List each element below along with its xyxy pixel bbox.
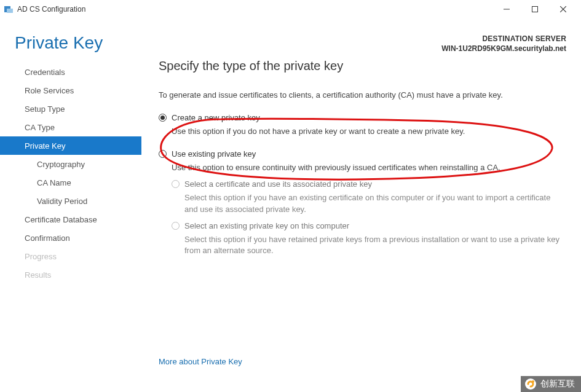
- radio-create-new[interactable]: Create a new private key: [159, 113, 564, 122]
- radio-icon: [172, 222, 180, 230]
- sidebar-item-progress: Progress: [0, 247, 141, 265]
- sidebar-item-ca-type[interactable]: CA Type: [0, 118, 141, 136]
- radio-label: Use existing private key: [172, 149, 256, 159]
- sub-key-desc: Select this option if you have retained …: [184, 234, 564, 256]
- titlebar: AD CS Configuration: [0, 0, 581, 18]
- sidebar-item-cryptography[interactable]: Cryptography: [0, 155, 141, 173]
- option-create-new: Create a new private key Use this option…: [159, 113, 564, 137]
- svg-rect-3: [532, 7, 538, 12]
- sidebar-item-label: CA Type: [25, 123, 55, 132]
- sidebar-item-certificate-database[interactable]: Certificate Database: [0, 210, 141, 229]
- sidebar: CredentialsRole ServicesSetup TypeCA Typ…: [0, 59, 141, 377]
- sidebar-item-confirmation[interactable]: Confirmation: [0, 229, 141, 247]
- radio-select-cert: Select a certificate and use its associa…: [172, 179, 564, 189]
- minimize-button[interactable]: [492, 0, 521, 18]
- sub-cert-desc: Select this option if you have an existi…: [184, 192, 564, 214]
- destination-label: DESTINATION SERVER: [441, 34, 566, 43]
- svg-point-6: [525, 378, 536, 390]
- radio-icon: [159, 114, 167, 122]
- watermark-logo-icon: [524, 378, 537, 390]
- sub-option-select-key: Select an existing private key on this c…: [172, 221, 564, 256]
- more-about-link[interactable]: More about Private Key: [159, 357, 242, 366]
- option-existing-desc: Use this option to ensure continuity wit…: [172, 162, 564, 173]
- svg-rect-1: [7, 9, 13, 13]
- app-icon: [4, 4, 14, 14]
- sidebar-item-label: Private Key: [25, 141, 65, 151]
- radio-label: Create a new private key: [172, 113, 260, 122]
- header: Private Key DESTINATION SERVER WIN-1U2RD…: [0, 18, 581, 59]
- svg-point-7: [532, 380, 534, 383]
- sidebar-item-label: Validity Period: [37, 197, 87, 206]
- sidebar-item-setup-type[interactable]: Setup Type: [0, 100, 141, 118]
- intro-text: To generate and issue certificates to cl…: [159, 90, 564, 100]
- radio-select-key: Select an existing private key on this c…: [172, 221, 564, 230]
- sidebar-item-credentials[interactable]: Credentials: [0, 63, 141, 81]
- sidebar-item-label: Results: [25, 270, 51, 280]
- sidebar-item-results: Results: [0, 265, 141, 284]
- sidebar-item-label: CA Name: [37, 178, 71, 187]
- sidebar-item-label: Progress: [25, 252, 57, 261]
- destination-value: WIN-1U2RD95K9GM.securitylab.net: [441, 44, 566, 53]
- main-panel: Specify the type of the private key To g…: [141, 59, 581, 377]
- close-button[interactable]: [549, 0, 577, 18]
- radio-label: Select a certificate and use its associa…: [184, 179, 372, 189]
- page-title: Private Key: [15, 33, 103, 53]
- sidebar-item-label: Cryptography: [37, 160, 85, 169]
- radio-icon: [159, 150, 167, 158]
- sidebar-item-label: Confirmation: [25, 233, 70, 243]
- content: CredentialsRole ServicesSetup TypeCA Typ…: [0, 59, 581, 377]
- sub-option-select-cert: Select a certificate and use its associa…: [172, 179, 564, 214]
- window-controls: [492, 0, 577, 18]
- radio-icon: [172, 180, 180, 188]
- sidebar-item-label: Certificate Database: [25, 215, 97, 224]
- watermark-text: 创新互联: [540, 378, 575, 390]
- sidebar-item-role-services[interactable]: Role Services: [0, 81, 141, 100]
- sidebar-item-label: Setup Type: [25, 104, 65, 114]
- sidebar-item-label: Credentials: [25, 68, 65, 77]
- window-title: AD CS Configuration: [17, 5, 85, 14]
- sidebar-item-private-key[interactable]: Private Key: [0, 136, 141, 155]
- radio-label: Select an existing private key on this c…: [184, 221, 349, 230]
- option-use-existing: Use existing private key Use this option…: [159, 149, 564, 256]
- radio-use-existing[interactable]: Use existing private key: [159, 149, 564, 159]
- sidebar-item-label: Role Services: [25, 86, 74, 95]
- maximize-button[interactable]: [521, 0, 549, 18]
- option-create-desc: Use this option if you do not have a pri…: [172, 126, 564, 137]
- sidebar-item-validity-period[interactable]: Validity Period: [0, 192, 141, 210]
- sidebar-item-ca-name[interactable]: CA Name: [0, 173, 141, 192]
- destination-block: DESTINATION SERVER WIN-1U2RD95K9GM.secur…: [441, 33, 566, 53]
- watermark: 创新互联: [521, 376, 581, 392]
- main-heading: Specify the type of the private key: [159, 59, 564, 73]
